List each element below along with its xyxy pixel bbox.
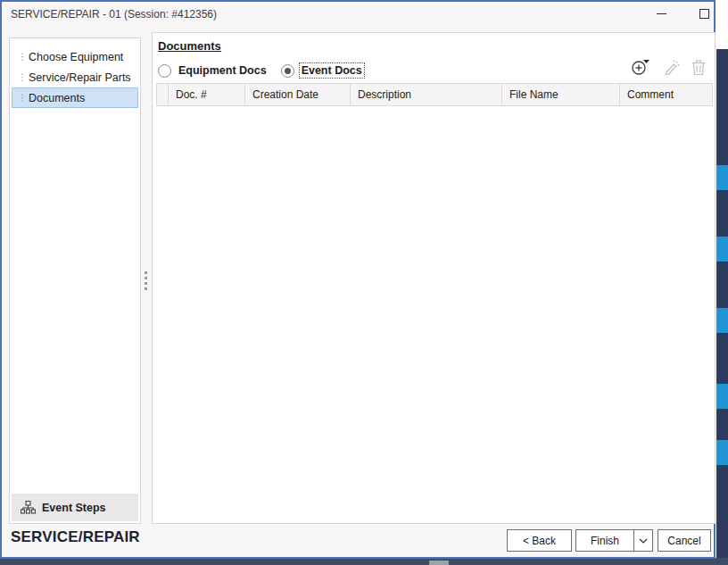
window-title: SERVICE/REPAIR - 01 (Session: #412356) xyxy=(11,8,217,21)
doc-filter-radios: Equipment Docs Event Docs xyxy=(158,61,376,80)
drag-grip-icon: ⋮ xyxy=(18,73,29,82)
radio-equipment-docs[interactable]: Equipment Docs xyxy=(158,63,269,78)
chevron-down-icon xyxy=(639,538,648,544)
minimize-button[interactable] xyxy=(649,4,673,23)
column-header-creation-date[interactable]: Creation Date xyxy=(245,84,351,105)
splitter-grip-icon xyxy=(144,271,148,290)
org-chart-icon xyxy=(21,501,36,514)
documents-table-body xyxy=(156,106,713,519)
panel-title: Documents xyxy=(158,39,221,53)
background-app-icon-block xyxy=(716,384,728,409)
sidebar-item-label: Service/Repair Parts xyxy=(29,71,131,84)
add-document-button[interactable] xyxy=(631,59,650,76)
documents-table-header: Doc. # Creation Date Description File Na… xyxy=(156,83,713,106)
background-app-bottom-notch xyxy=(429,561,449,565)
sidebar-item-service-repair-parts[interactable]: ⋮ Service/Repair Parts xyxy=(12,67,138,87)
wizard-steps-sidebar: ⋮ Choose Equipment ⋮ Service/Repair Part… xyxy=(9,37,141,524)
sidebar-item-label: Choose Equipment xyxy=(29,51,123,63)
drag-grip-icon: ⋮ xyxy=(18,94,29,103)
service-repair-dialog: SERVICE/REPAIR - 01 (Session: #412356) ⋮… xyxy=(0,0,716,559)
title-bar: SERVICE/REPAIR - 01 (Session: #412356) xyxy=(2,2,714,27)
panel-splitter[interactable] xyxy=(142,37,151,524)
add-circle-plus-icon xyxy=(631,59,650,76)
document-toolbar xyxy=(631,59,706,76)
event-steps-button[interactable]: Event Steps xyxy=(12,494,138,521)
maximize-icon xyxy=(699,9,709,19)
radio-icon xyxy=(158,64,171,78)
radio-label: Equipment Docs xyxy=(177,63,269,78)
finish-dropdown-button[interactable] xyxy=(633,529,653,552)
back-button[interactable]: < Back xyxy=(507,529,572,552)
column-header-file-name[interactable]: File Name xyxy=(502,84,620,105)
wizard-title: SERVICE/REPAIR xyxy=(11,528,140,546)
background-app-right-edge xyxy=(716,49,728,558)
column-header-comment[interactable]: Comment xyxy=(620,84,712,105)
trash-icon xyxy=(691,59,706,76)
radio-icon xyxy=(281,64,294,78)
radio-label: Event Docs xyxy=(300,63,364,78)
minimize-icon xyxy=(657,13,666,14)
edit-pen-icon xyxy=(662,59,680,76)
sidebar-item-label: Documents xyxy=(29,92,85,104)
edit-document-button[interactable] xyxy=(662,59,680,76)
cancel-button[interactable]: Cancel xyxy=(658,529,711,552)
finish-button[interactable]: Finish xyxy=(575,529,634,552)
background-app-icon-block xyxy=(716,165,728,190)
column-header-description[interactable]: Description xyxy=(351,84,502,105)
background-app-icon-block xyxy=(716,440,728,465)
column-header-doc-number[interactable]: Doc. # xyxy=(169,84,245,105)
drag-grip-icon: ⋮ xyxy=(18,53,29,62)
documents-panel: Documents Equipment Docs Event Docs xyxy=(152,32,716,524)
sidebar-item-choose-equipment[interactable]: ⋮ Choose Equipment xyxy=(12,46,138,67)
background-app-bottom-edge xyxy=(0,558,728,565)
event-steps-label: Event Steps xyxy=(42,502,106,514)
sidebar-item-documents[interactable]: ⋮ Documents xyxy=(12,87,138,108)
radio-event-docs[interactable]: Event Docs xyxy=(281,63,364,78)
background-app-icon-block xyxy=(716,237,728,262)
maximize-button[interactable] xyxy=(692,4,716,23)
dialog-footer: SERVICE/REPAIR < Back Finish Cancel xyxy=(2,521,714,557)
delete-document-button[interactable] xyxy=(691,59,706,76)
row-indicator-column xyxy=(157,84,169,105)
background-app-icon-block xyxy=(716,308,728,333)
